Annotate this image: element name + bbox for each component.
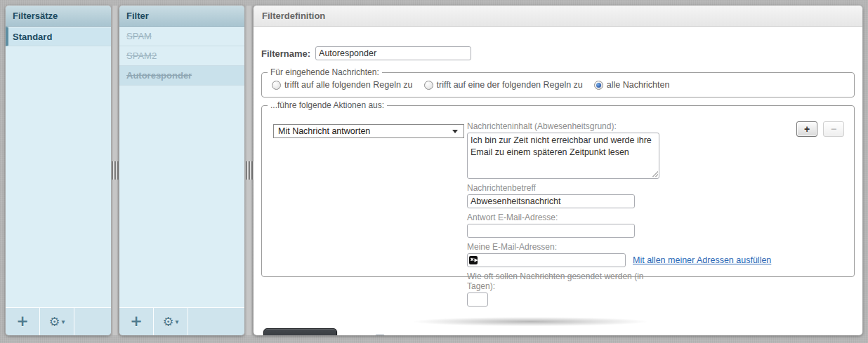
add-filter-button[interactable]: + [119,308,154,335]
my-addresses-input[interactable] [467,253,626,267]
filter-deactivated-checkbox-group[interactable]: ✔ Filter deaktiviert [375,335,452,335]
decorative-shadow [414,317,647,326]
filters-list: SPAM SPAM2 Autoresponder [119,27,244,307]
gear-icon: ⚙ [162,316,173,328]
radio-icon [272,81,281,90]
radio-all-messages[interactable]: alle Nachrichten [594,80,670,90]
filters-panel-title: Filter [119,6,244,27]
toolbar-spacer [74,308,111,335]
message-content-textarea[interactable]: Ich bin zur Zeit nicht erreichbar und we… [467,133,659,179]
message-subject-input[interactable] [467,194,635,208]
incoming-messages-fieldset: Für eingehende Nachrichten: trifft auf a… [261,67,855,97]
checkbox-checked-icon[interactable]: ✔ [375,335,385,335]
filters-toolbar: + ⚙ ▾ [119,307,244,335]
splitter-grip-icon [246,161,253,180]
message-content-label: Nachrichteninhalt (Abwesenheitsgrund): [467,121,664,131]
radio-any-rule[interactable]: trifft auf eine der folgenden Regeln zu [424,80,583,90]
action-type-selected-value: Mit Nachricht antworten [278,126,452,136]
message-subject-label: Nachrichtenbetreff [467,183,664,193]
filtername-label: Filtername: [261,48,310,59]
toolbar-spacer [188,308,244,335]
filter-deactivated-label: Filter deaktiviert [390,335,452,335]
action-fields-column: Nachrichteninhalt (Abwesenheitsgrund): I… [467,121,664,307]
my-addresses-row: Mit allen meiner Adressen ausfüllen [467,253,664,267]
filter-definition-body: Filtername: Für eingehende Nachrichten: … [254,27,862,335]
filterset-options-menu-button[interactable]: ⚙ ▾ [40,308,74,335]
filter-item-label: SPAM2 [126,51,157,61]
filtersets-panel: Filtersätze Standard + ⚙ ▾ [6,6,111,335]
send-interval-label: Wie oft sollen Nachrichten gesendet werd… [467,271,664,291]
actions-fieldset: ...führe folgende Aktionen aus: Mit Nach… [261,100,855,277]
filtername-row: Filtername: [261,27,855,60]
filterset-item-label: Standard [13,32,52,42]
filter-item-spam[interactable]: SPAM [119,27,244,46]
actions-legend: ...führe folgende Aktionen aus: [268,100,387,110]
radio-label: trifft auf alle folgenden Regeln zu [284,80,413,90]
gear-icon: ⚙ [48,316,60,328]
filtername-input[interactable] [315,46,471,60]
filter-item-spam2[interactable]: SPAM2 [119,46,244,66]
filter-item-label: Autoresponder [126,70,192,81]
add-filterset-button[interactable]: + [6,308,40,335]
filter-settings-screen: Filtersätze Standard + ⚙ ▾ Filter SPAM [0,0,868,343]
bottom-actions-row: Speichern ✔ Filter deaktiviert [263,328,452,335]
remove-action-button[interactable]: − [823,121,844,137]
chevron-down-icon: ▾ [176,318,179,325]
rule-match-radio-group: trifft auf alle folgenden Regeln zu trif… [272,80,848,91]
save-button[interactable]: Speichern [263,328,337,335]
reply-address-label: Antwort E-Mail-Adresse: [467,213,664,222]
chevron-down-icon: ▾ [62,318,65,325]
fill-with-addresses-link[interactable]: Mit allen meiner Adressen ausfüllen [633,255,771,265]
incoming-messages-legend: Für eingehende Nachrichten: [268,67,382,77]
my-addresses-label: Meine E-Mail-Adressen: [467,242,664,252]
filter-definition-panel: Filterdefinition Filtername: Für eingehe… [254,6,862,335]
filtersets-panel-title: Filtersätze [6,6,111,27]
radio-checked-icon [594,81,603,90]
plus-icon: + [16,314,29,329]
filter-options-menu-button[interactable]: ⚙ ▾ [154,308,188,335]
filtersets-toolbar: + ⚙ ▾ [6,307,111,335]
filterset-item-standard[interactable]: Standard [6,27,111,46]
splitter-grip-icon [112,161,119,180]
radio-label: trifft auf eine der folgenden Regeln zu [437,80,583,90]
splitter-filtersets-filters[interactable] [111,6,119,335]
action-add-remove-buttons: + − [796,121,844,137]
action-type-select[interactable]: Mit Nachricht antworten [273,124,464,138]
filter-definition-title: Filterdefinition [254,6,862,27]
radio-icon [424,81,433,90]
filter-item-autoresponder[interactable]: Autoresponder [119,66,244,86]
radio-label: alle Nachrichten [607,80,670,90]
clear-address-icon[interactable] [469,256,480,264]
select-arrow-icon [452,130,458,133]
radio-all-rules[interactable]: trifft auf alle folgenden Regeln zu [272,80,413,90]
filter-item-label: SPAM [126,31,152,41]
add-action-button[interactable]: + [796,121,817,137]
plus-icon: + [130,314,143,329]
filters-panel: Filter SPAM SPAM2 Autoresponder + ⚙ ▾ [119,6,244,335]
filtersets-list: Standard [6,27,111,307]
send-interval-input[interactable] [467,292,488,307]
splitter-filters-definition[interactable] [244,6,254,335]
reply-address-input[interactable] [467,224,635,238]
